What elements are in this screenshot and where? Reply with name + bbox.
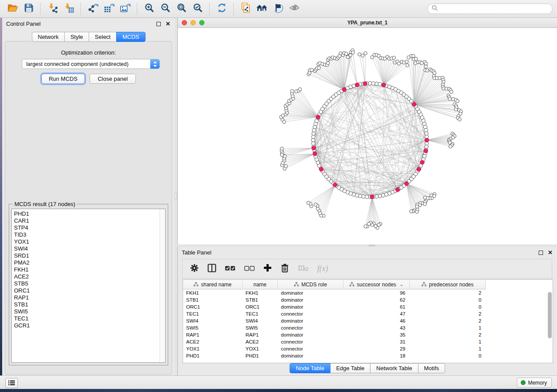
network-node[interactable]: [311, 135, 315, 138]
criterion-dropdown[interactable]: largest connected component (undirected): [22, 59, 160, 69]
network-leaf-node[interactable]: [412, 54, 415, 58]
network-node[interactable]: [312, 132, 315, 135]
import-network-button[interactable]: [45, 2, 61, 16]
network-node[interactable]: [375, 195, 378, 198]
network-hub-node[interactable]: [425, 138, 429, 142]
column-header-name[interactable]: name: [242, 280, 278, 289]
tab-mcds[interactable]: MCDS: [116, 32, 145, 42]
network-hub-node[interactable]: [319, 167, 323, 171]
network-hub-node[interactable]: [355, 83, 359, 87]
mcds-result-item[interactable]: GCR1: [12, 322, 165, 329]
column-header-predecessor-nodes[interactable]: predecessor nodes: [410, 280, 486, 289]
network-node[interactable]: [375, 82, 378, 86]
network-leaf-node[interactable]: [358, 53, 361, 56]
mcds-result-item[interactable]: FKH1: [12, 266, 165, 273]
mcds-result-item[interactable]: ORC1: [12, 287, 165, 294]
add-column-button[interactable]: [263, 264, 272, 274]
open-session-button[interactable]: [4, 2, 21, 16]
mcds-result-item[interactable]: TEC1: [12, 315, 165, 322]
mcds-result-item[interactable]: RAP1: [12, 294, 165, 301]
network-leaf-node[interactable]: [424, 65, 428, 69]
table-row[interactable]: ACE2ACE2connector311: [183, 338, 553, 345]
window-close-button[interactable]: [182, 20, 187, 25]
mcds-result-item[interactable]: SWI4: [12, 245, 165, 252]
network-node[interactable]: [362, 195, 365, 198]
tab-edge-table[interactable]: Edge Table: [330, 363, 370, 373]
table-row[interactable]: STB1STB1dominator620: [183, 296, 553, 303]
network-leaf-node[interactable]: [433, 71, 436, 75]
float-panel-icon[interactable]: [539, 251, 543, 255]
network-leaf-node[interactable]: [361, 54, 364, 58]
delete-column-button[interactable]: [280, 263, 289, 275]
deselect-all-button[interactable]: [244, 265, 255, 273]
column-header-shared-name[interactable]: shared name: [183, 280, 242, 289]
table-row[interactable]: RAP1RAP1dominator352: [183, 331, 553, 338]
network-leaf-node[interactable]: [448, 97, 452, 101]
tab-select[interactable]: Select: [89, 32, 117, 42]
export-table-button[interactable]: [101, 2, 117, 16]
network-hub-node[interactable]: [312, 146, 316, 150]
network-hub-node[interactable]: [424, 149, 428, 153]
table-mode-button[interactable]: [190, 264, 199, 274]
tab-network-table[interactable]: Network Table: [370, 363, 418, 373]
run-mcds-button[interactable]: Run MCDS: [42, 74, 85, 84]
show-hidden-button[interactable]: [286, 2, 302, 16]
network-leaf-node[interactable]: [405, 60, 408, 63]
save-session-button[interactable]: [21, 2, 37, 16]
network-leaf-node[interactable]: [458, 118, 461, 121]
network-leaf-node[interactable]: [450, 90, 453, 94]
network-node[interactable]: [425, 132, 428, 135]
memory-button[interactable]: Memory: [517, 378, 552, 388]
table-row[interactable]: SWI5SWI5connector431: [183, 324, 553, 331]
network-leaf-node[interactable]: [449, 145, 452, 148]
splitter-handle[interactable]: [175, 192, 177, 199]
network-node[interactable]: [378, 194, 381, 198]
network-leaf-node[interactable]: [454, 108, 458, 111]
column-header-MCDS-role[interactable]: MCDS role: [278, 280, 343, 289]
network-leaf-node[interactable]: [415, 205, 419, 208]
network-leaf-node[interactable]: [280, 153, 284, 157]
network-leaf-node[interactable]: [351, 51, 355, 55]
network-leaf-node[interactable]: [364, 52, 367, 55]
network-node[interactable]: [378, 83, 381, 86]
network-leaf-node[interactable]: [291, 89, 294, 93]
network-leaf-node[interactable]: [345, 52, 348, 55]
network-hub-node[interactable]: [405, 182, 408, 186]
mcds-result-item[interactable]: STB5: [12, 280, 165, 287]
column-header-successor-nodes[interactable]: successor nodes⌄: [343, 280, 410, 289]
network-node[interactable]: [358, 194, 362, 198]
network-node[interactable]: [425, 145, 428, 148]
float-panel-icon[interactable]: [156, 22, 161, 26]
mcds-result-item[interactable]: PHD1: [12, 210, 165, 217]
search-input[interactable]: [440, 5, 548, 12]
zoom-out-button[interactable]: [157, 2, 173, 16]
table-row[interactable]: PHD1PHD1dominator180: [183, 352, 553, 359]
table-row[interactable]: TEC1TEC1connector472: [183, 310, 553, 317]
mcds-result-item[interactable]: CAR1: [12, 217, 165, 224]
network-hub-node[interactable]: [313, 152, 317, 156]
table-scrollbar-thumb[interactable]: [548, 292, 552, 338]
network-leaf-node[interactable]: [317, 66, 321, 70]
network-hub-node[interactable]: [316, 115, 320, 119]
network-hub-node[interactable]: [395, 188, 399, 192]
new-network-from-selection-button[interactable]: [238, 2, 254, 16]
export-network-button[interactable]: [85, 2, 101, 16]
mcds-result-item[interactable]: TID3: [12, 231, 165, 238]
network-leaf-node[interactable]: [414, 57, 418, 61]
import-table-button[interactable]: [61, 2, 77, 16]
network-node[interactable]: [312, 128, 316, 132]
network-hub-node[interactable]: [417, 167, 421, 171]
network-leaf-node[interactable]: [426, 69, 429, 72]
window-zoom-button[interactable]: [199, 20, 204, 25]
table-row[interactable]: YOX1YOX1connector291: [183, 345, 553, 352]
network-node[interactable]: [311, 141, 315, 145]
network-leaf-node[interactable]: [280, 147, 284, 151]
network-leaf-node[interactable]: [298, 88, 302, 91]
network-leaf-node[interactable]: [423, 196, 427, 199]
network-hub-node[interactable]: [370, 195, 374, 199]
table-row[interactable]: SWI4SWI4dominator462: [183, 317, 553, 324]
network-node[interactable]: [368, 82, 372, 85]
task-history-button[interactable]: [5, 378, 18, 388]
window-minimize-button[interactable]: [190, 20, 196, 25]
mcds-list-scrollbar[interactable]: [159, 209, 165, 362]
